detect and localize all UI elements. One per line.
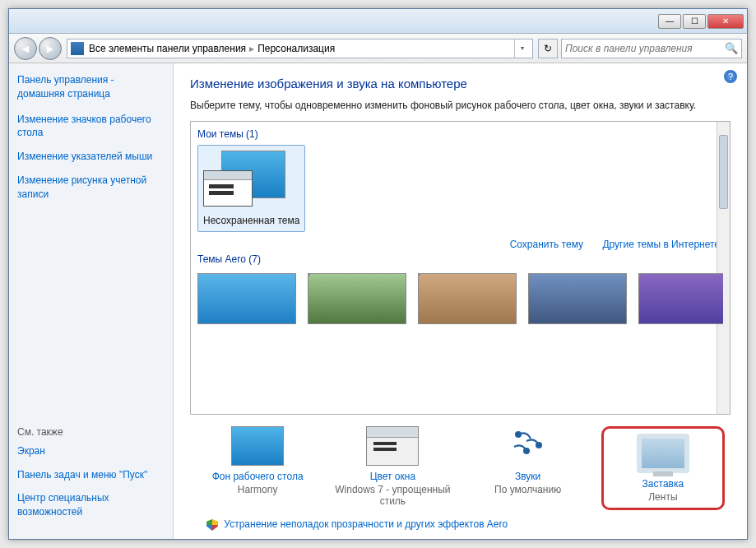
address-dropdown[interactable]: ▾ [514, 39, 529, 58]
window-color-icon [366, 426, 419, 466]
aero-theme-item[interactable] [528, 273, 627, 324]
aero-themes-label: Темы Aero (7) [197, 253, 723, 265]
svg-point-0 [515, 431, 522, 438]
theme-item-unsaved[interactable]: Несохраненная тема [197, 145, 305, 232]
svg-point-2 [523, 448, 530, 454]
desktop-background-button[interactable]: Фон рабочего стола Harmony [196, 426, 319, 510]
content-area: ? Изменение изображения и звука на компь… [174, 63, 747, 539]
my-themes-label: Мои темы (1) [197, 128, 723, 140]
close-button[interactable]: ✕ [707, 14, 744, 29]
sidebar-link-desktop-icons[interactable]: Изменение значков рабочего стола [17, 113, 165, 141]
aero-theme-item[interactable] [638, 273, 723, 324]
sounds-button[interactable]: Звуки По умолчанию [466, 426, 590, 510]
page-description: Выберите тему, чтобы одновременно измени… [190, 99, 730, 113]
screensaver-button[interactable]: Заставка Ленты [601, 426, 725, 510]
breadcrumb-item[interactable]: Персонализация [257, 43, 335, 54]
settings-row: Фон рабочего стола Harmony Цвет окна Win… [190, 415, 730, 515]
aero-troubleshoot-link[interactable]: Устранение неполадок прозрачности и друг… [224, 518, 508, 530]
control-panel-window: — ☐ ✕ ◄ ► Все элементы панели управления… [8, 8, 748, 540]
refresh-button[interactable]: ↻ [538, 39, 558, 58]
aero-theme-item[interactable] [308, 273, 406, 324]
footer-link-area: Устранение неполадок прозрачности и друг… [190, 515, 730, 531]
themes-list: Мои темы (1) Несохраненная тема Сохранит… [190, 121, 730, 415]
sounds-icon [502, 426, 554, 466]
theme-thumbnail [203, 151, 285, 211]
titlebar: — ☐ ✕ [9, 9, 747, 34]
forward-button[interactable]: ► [39, 37, 62, 60]
breadcrumb-separator: ▸ [249, 43, 254, 54]
sidebar-link-taskbar[interactable]: Панель задач и меню "Пуск" [17, 468, 165, 482]
shield-icon [206, 519, 218, 531]
search-box[interactable]: 🔍 [561, 39, 742, 58]
aero-theme-item[interactable] [197, 273, 296, 324]
search-input[interactable] [565, 43, 725, 54]
aero-theme-item[interactable] [418, 273, 517, 324]
sidebar-link-mouse-pointers[interactable]: Изменение указателей мыши [17, 150, 165, 164]
online-themes-link[interactable]: Другие темы в Интернете [602, 239, 720, 250]
control-panel-home-link[interactable]: Панель управления -домашняя страница [17, 73, 165, 101]
save-theme-link[interactable]: Сохранить тему [510, 239, 583, 250]
breadcrumb-item[interactable]: Все элементы панели управления [89, 43, 246, 54]
back-button[interactable]: ◄ [14, 37, 37, 60]
wallpaper-icon [231, 426, 284, 466]
screensaver-icon [637, 434, 689, 473]
navbar: ◄ ► Все элементы панели управления ▸ Пер… [9, 34, 747, 63]
sidebar-link-account-picture[interactable]: Изменение рисунка учетной записи [17, 174, 165, 202]
scrollbar[interactable] [717, 122, 730, 414]
sidebar-link-display[interactable]: Экран [17, 444, 165, 458]
svg-point-1 [536, 442, 542, 448]
sidebar: Панель управления -домашняя страница Изм… [9, 63, 174, 539]
minimize-button[interactable]: — [658, 14, 681, 29]
sidebar-link-ease-of-access[interactable]: Центр специальных возможностей [17, 491, 165, 519]
window-color-button[interactable]: Цвет окна Windows 7 - упрощенный стиль [331, 426, 454, 510]
search-icon: 🔍 [725, 42, 738, 55]
address-bar[interactable]: Все элементы панели управления ▸ Персона… [67, 39, 533, 58]
see-also-label: См. также [17, 426, 165, 438]
theme-name: Несохраненная тема [203, 215, 299, 226]
help-icon[interactable]: ? [724, 70, 737, 83]
control-panel-icon [71, 42, 84, 55]
maximize-button[interactable]: ☐ [683, 14, 706, 29]
page-title: Изменение изображения и звука на компьют… [190, 77, 730, 91]
